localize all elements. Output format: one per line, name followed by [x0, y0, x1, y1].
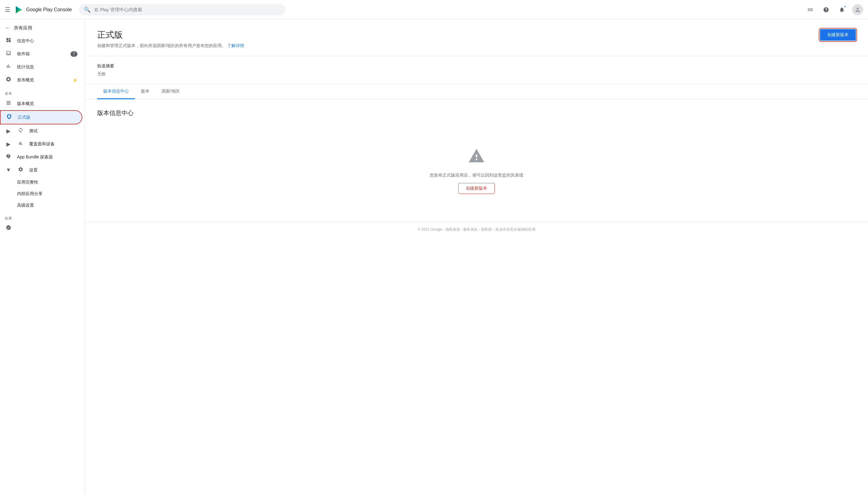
footer: © 2021 Google - 隐私政策 - 服务条款 - 隐私权 - 发送存在…	[85, 222, 868, 237]
settings-icon	[17, 167, 24, 174]
track-summary-value: 无效	[97, 71, 856, 77]
sidebar-back[interactable]: ← 所有应用	[0, 22, 85, 34]
logo-text: Google Play Console	[26, 7, 72, 13]
main-header: 正式版 创建和管理正式版本，面向所选国家/地区的所有用户发布您的应用。 了解详情…	[85, 19, 868, 56]
create-new-version-button-header[interactable]: 创建新版本	[820, 29, 856, 41]
page-title: 正式版	[97, 29, 244, 41]
tab-releases[interactable]: 版本	[135, 84, 156, 99]
empty-state-text: 您发布正式版应用后，便可以回到这里监控其表现	[430, 173, 523, 178]
sidebar-publish-section: 发布	[0, 87, 85, 97]
layout: ← 所有应用 信息中心 收件箱 7 统计信息	[0, 19, 868, 494]
sidebar-item-version-overview-label: 版本概览	[17, 101, 77, 107]
sidebar-item-publish-overview-label: 发布概览	[17, 77, 68, 83]
sidebar-item-production-label: 正式版	[18, 115, 77, 120]
page-subtitle: 创建和管理正式版本，面向所选国家/地区的所有用户发布您的应用。 了解详情	[97, 43, 244, 49]
link-icon[interactable]	[805, 4, 816, 15]
track-summary: 轨道摘要 无效	[85, 56, 868, 84]
sidebar-item-internal-share-label: 内部应用分享	[17, 191, 77, 197]
search-bar[interactable]: 🔍	[79, 4, 286, 16]
sidebar-item-advanced-settings-label: 高级设置	[17, 203, 77, 208]
sidebar-item-publish-overview[interactable]: 发布概览 ⚡	[0, 73, 82, 87]
create-new-version-button-empty[interactable]: 创建新版本	[458, 183, 495, 194]
tab-countries[interactable]: 国家/地区	[156, 84, 186, 99]
avatar[interactable]	[852, 4, 863, 15]
sidebar-inbox-badge: 7	[70, 51, 77, 57]
empty-state: 您发布正式版应用后，便可以回到这里监控其表现 创建新版本	[97, 129, 856, 212]
sidebar-item-inbox-label: 收件箱	[17, 51, 66, 57]
sidebar-item-testing[interactable]: ▶ 测试	[0, 125, 82, 137]
header: ☰ Google Play Console 🔍	[0, 0, 868, 19]
app-logo: Google Play Console	[14, 5, 72, 15]
search-icon: 🔍	[84, 6, 91, 13]
sidebar-item-testing-label: 测试	[29, 128, 77, 134]
version-overview-icon	[5, 100, 12, 107]
sidebar-item-version-overview[interactable]: 版本概览	[0, 97, 82, 110]
learn-more-link[interactable]: 了解详情	[227, 43, 244, 48]
app-bundle-icon	[5, 154, 12, 160]
dashboard-icon	[5, 37, 12, 44]
sidebar-item-advanced-settings[interactable]: 高级设置	[0, 200, 82, 211]
sidebar-item-app-integrity-label: 应用完整性	[17, 179, 77, 185]
menu-icon[interactable]: ☰	[5, 6, 10, 13]
content-area: 版本信息中心 您发布正式版应用后，便可以回到这里监控其表现 创建新版本	[85, 99, 868, 222]
sidebar: ← 所有应用 信息中心 收件箱 7 统计信息	[0, 19, 85, 494]
sidebar-item-statistics-label: 统计信息	[17, 64, 77, 70]
publish-overview-icon	[5, 76, 12, 83]
statistics-icon	[5, 63, 12, 70]
sidebar-item-app-bundle[interactable]: App Bundle 探索器	[0, 151, 82, 164]
sidebar-item-inbox[interactable]: 收件箱 7	[0, 48, 82, 60]
notification-icon[interactable]	[836, 4, 847, 15]
sidebar-item-app-integrity[interactable]: 应用完整性	[0, 177, 82, 188]
sidebar-expand-section: 拓展	[0, 211, 85, 222]
sidebar-item-dashboard[interactable]: 信息中心	[0, 34, 82, 48]
content-section-title: 版本信息中心	[97, 109, 856, 117]
inbox-icon	[5, 50, 12, 57]
sidebar-item-statistics[interactable]: 统计信息	[0, 60, 82, 73]
logo-icon	[14, 5, 24, 15]
sidebar-back-label: 所有应用	[14, 25, 32, 31]
sidebar-item-expand-1[interactable]	[0, 222, 82, 235]
sidebar-item-settings[interactable]: ▼ 设置	[0, 164, 82, 177]
main-header-text: 正式版 创建和管理正式版本，面向所选国家/地区的所有用户发布您的应用。 了解详情	[97, 29, 244, 49]
warning-icon	[468, 148, 485, 168]
publish-overview-extra: ⚡	[72, 78, 77, 82]
coverage-icon	[17, 140, 24, 148]
search-input[interactable]	[94, 7, 281, 12]
expand-icon	[5, 225, 12, 232]
sidebar-item-production[interactable]: 正式版	[0, 110, 82, 125]
tab-release-dashboard[interactable]: 版本信息中心	[97, 84, 135, 99]
expand-testing-icon: ▶	[5, 128, 12, 134]
track-summary-title: 轨道摘要	[97, 63, 856, 69]
testing-icon	[17, 128, 24, 134]
expand-coverage-icon: ▶	[5, 141, 12, 148]
sidebar-item-coverage[interactable]: ▶ 覆盖面和设备	[0, 137, 82, 151]
sidebar-item-settings-label: 设置	[29, 168, 77, 173]
sidebar-item-app-bundle-label: App Bundle 探索器	[17, 154, 77, 160]
sidebar-item-internal-share[interactable]: 内部应用分享	[0, 188, 82, 200]
notification-badge	[844, 5, 846, 8]
production-icon	[5, 114, 13, 121]
sidebar-item-dashboard-label: 信息中心	[17, 38, 77, 44]
sidebar-item-coverage-label: 覆盖面和设备	[29, 141, 77, 147]
expand-settings-icon: ▼	[5, 167, 12, 173]
tabs: 版本信息中心 版本 国家/地区	[85, 84, 868, 99]
main-content: 正式版 创建和管理正式版本，面向所选国家/地区的所有用户发布您的应用。 了解详情…	[85, 19, 868, 494]
header-actions	[805, 4, 863, 15]
help-icon[interactable]	[820, 4, 832, 15]
back-icon: ←	[5, 25, 10, 31]
